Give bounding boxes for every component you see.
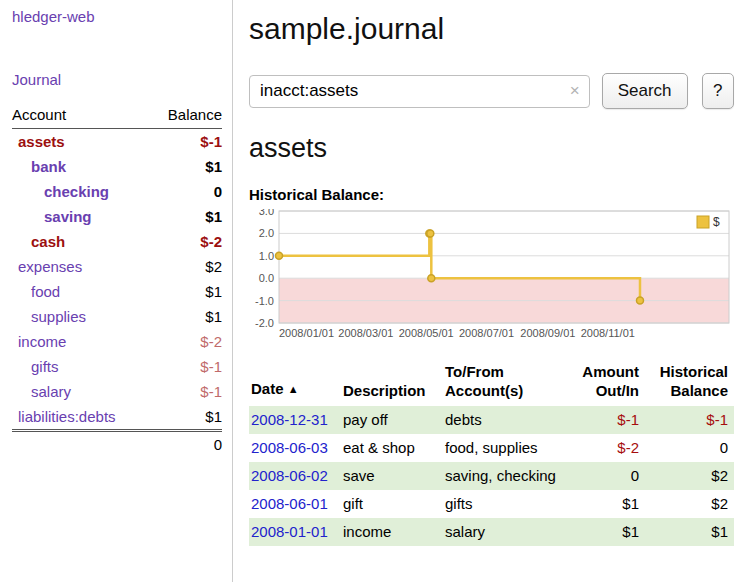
- transaction-amount: $-2: [563, 434, 645, 462]
- transaction-date-link[interactable]: 2008-06-01: [251, 495, 328, 512]
- table-row: 2008-06-03 eat & shop food, supplies $-2…: [249, 434, 734, 462]
- accounts-header-balance: Balance: [168, 106, 222, 123]
- transaction-balance: $1: [645, 518, 734, 546]
- clear-search-icon[interactable]: ×: [570, 81, 580, 101]
- transaction-amount: $1: [563, 490, 645, 518]
- transaction-accounts: debts: [445, 406, 563, 434]
- transaction-description: save: [343, 462, 445, 490]
- account-balance: $1: [205, 157, 222, 176]
- account-balance: $1: [205, 207, 222, 226]
- transaction-balance: $2: [645, 462, 734, 490]
- account-row: income $-2: [12, 329, 222, 354]
- column-header-description: Description: [343, 360, 445, 406]
- sidebar-item-journal[interactable]: Journal: [12, 71, 222, 88]
- sidebar-account-assets[interactable]: assets: [12, 132, 65, 151]
- transaction-date-link[interactable]: 2008-06-03: [251, 439, 328, 456]
- accounts-header: Account Balance: [12, 104, 222, 129]
- account-balance: $-1: [200, 357, 222, 376]
- transaction-description: gift: [343, 490, 445, 518]
- search-form: × Search ?: [249, 73, 734, 109]
- accounts-header-account: Account: [12, 106, 66, 123]
- sidebar-account-saving[interactable]: saving: [12, 207, 92, 226]
- account-balance: $-1: [200, 382, 222, 401]
- accounts-total-balance: 0: [214, 436, 222, 453]
- transaction-amount: $-1: [563, 406, 645, 434]
- search-button[interactable]: Search: [602, 73, 688, 109]
- transaction-description: pay off: [343, 406, 445, 434]
- sidebar-account-cash[interactable]: cash: [12, 232, 65, 251]
- account-row: cash $-2: [12, 229, 222, 254]
- column-header-amount-line1: Amount: [582, 363, 639, 380]
- sidebar-account-gifts[interactable]: gifts: [12, 357, 59, 376]
- column-header-amount-line2: Out/In: [596, 382, 639, 399]
- account-row: bank $1: [12, 154, 222, 179]
- table-row: 2008-12-31 pay off debts $-1 $-1: [249, 406, 734, 434]
- column-header-accounts: To/From Account(s): [445, 360, 563, 406]
- svg-text:-1.0: -1.0: [255, 295, 274, 307]
- column-header-balance-line1: Historical: [660, 363, 728, 380]
- transaction-accounts: gifts: [445, 490, 563, 518]
- chart-heading: Historical Balance:: [249, 186, 734, 203]
- account-balance: $-1: [200, 132, 222, 151]
- transaction-accounts: salary: [445, 518, 563, 546]
- table-row: 2008-01-01 income salary $1 $1: [249, 518, 734, 546]
- account-row: salary $-1: [12, 379, 222, 404]
- transaction-amount: $1: [563, 518, 645, 546]
- account-row: assets $-1: [12, 129, 222, 154]
- search-input-wrap: ×: [249, 75, 590, 108]
- historical-balance-chart: $3.02.01.00.0-1.0-2.02008/01/012008/03/0…: [249, 209, 733, 341]
- account-row: food $1: [12, 279, 222, 304]
- account-row: checking 0: [12, 179, 222, 204]
- account-balance: $-2: [200, 332, 222, 351]
- column-header-balance: Historical Balance: [645, 360, 734, 406]
- register-header-row: Date ▲ Description To/From Account(s) Am…: [249, 360, 734, 406]
- transaction-balance: $2: [645, 490, 734, 518]
- help-button[interactable]: ?: [702, 73, 734, 109]
- transaction-amount: 0: [563, 462, 645, 490]
- transaction-date-link[interactable]: 2008-01-01: [251, 523, 328, 540]
- app-title-link[interactable]: hledger-web: [12, 8, 222, 25]
- svg-text:2008/01/01: 2008/01/01: [279, 327, 334, 339]
- transaction-date-link[interactable]: 2008-12-31: [251, 411, 328, 428]
- account-balance: 0: [214, 182, 222, 201]
- account-balance: $-2: [200, 232, 222, 251]
- sidebar-account-checking[interactable]: checking: [12, 182, 109, 201]
- sidebar-account-liabilities-debts[interactable]: liabilities:debts: [12, 407, 116, 426]
- main-content: sample.journal × Search ? assets Histori…: [234, 0, 742, 546]
- account-row: liabilities:debts $1: [12, 404, 222, 429]
- account-row: supplies $1: [12, 304, 222, 329]
- sidebar: hledger-web Journal Account Balance asse…: [0, 0, 233, 582]
- svg-text:2008/07/01: 2008/07/01: [459, 327, 514, 339]
- transaction-balance: $-1: [645, 406, 734, 434]
- account-row: saving $1: [12, 204, 222, 229]
- account-page-title: assets: [249, 133, 734, 164]
- svg-text:2008/09/01: 2008/09/01: [520, 327, 575, 339]
- account-row: gifts $-1: [12, 354, 222, 379]
- svg-text:3.0: 3.0: [259, 209, 274, 217]
- account-balance: $1: [205, 307, 222, 326]
- search-input[interactable]: [249, 75, 590, 108]
- svg-text:0.0: 0.0: [259, 272, 274, 284]
- svg-text:-2.0: -2.0: [255, 317, 274, 329]
- sidebar-account-bank[interactable]: bank: [12, 157, 66, 176]
- transaction-description: eat & shop: [343, 434, 445, 462]
- column-header-date[interactable]: Date ▲: [249, 360, 343, 406]
- sidebar-account-supplies[interactable]: supplies: [12, 307, 86, 326]
- column-header-accounts-line2: Account(s): [445, 382, 523, 399]
- svg-text:2008/03/01: 2008/03/01: [338, 327, 393, 339]
- transaction-balance: 0: [645, 434, 734, 462]
- transaction-description: income: [343, 518, 445, 546]
- sidebar-account-expenses[interactable]: expenses: [12, 257, 82, 276]
- transaction-date-link[interactable]: 2008-06-02: [251, 467, 328, 484]
- column-header-balance-line2: Balance: [670, 382, 728, 399]
- sidebar-account-food[interactable]: food: [12, 282, 60, 301]
- column-header-accounts-line1: To/From: [445, 363, 504, 380]
- sidebar-account-salary[interactable]: salary: [12, 382, 71, 401]
- svg-text:2008/05/01: 2008/05/01: [399, 327, 454, 339]
- account-balance: $2: [205, 257, 222, 276]
- column-header-amount: Amount Out/In: [563, 360, 645, 406]
- svg-text:2.0: 2.0: [259, 227, 274, 239]
- sidebar-account-income[interactable]: income: [12, 332, 66, 351]
- register-table: Date ▲ Description To/From Account(s) Am…: [249, 360, 734, 546]
- page-title: sample.journal: [249, 12, 734, 46]
